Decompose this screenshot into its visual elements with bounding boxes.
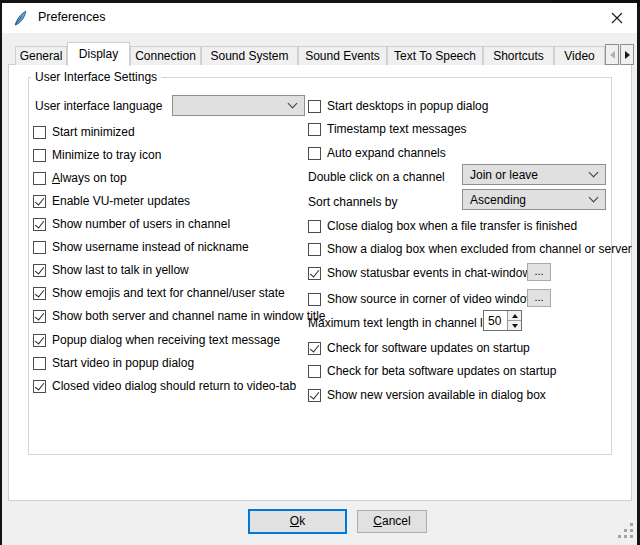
checkbox-row-number-users[interactable]: Show number of users in channel [33, 216, 230, 232]
checkbox [33, 357, 46, 370]
language-select[interactable] [172, 95, 305, 116]
checkbox [33, 218, 46, 231]
sort-channels-label: Sort channels by [308, 195, 397, 209]
tab-scroll-left-button[interactable] [605, 44, 619, 65]
checkbox-label: Show source in corner of video window [327, 292, 535, 306]
checkbox-label: Start video in popup dialog [52, 356, 194, 370]
close-icon [611, 12, 623, 24]
checkbox-label: Show both server and channel name in win… [52, 309, 326, 323]
checkbox-row-timestamp[interactable]: Timestamp text messages [308, 121, 467, 137]
checkbox-row-minimize-tray[interactable]: Minimize to tray icon [33, 147, 161, 163]
checkbox-label: Close dialog box when a file transfer is… [327, 219, 577, 233]
checkbox-row-start-minimized[interactable]: Start minimized [33, 124, 135, 140]
checkbox-row-auto-expand[interactable]: Auto expand channels [308, 145, 446, 161]
ok-button-label: Ok [290, 511, 305, 532]
checkbox [308, 267, 321, 280]
checkbox-row-beta-updates[interactable]: Check for beta software updates on start… [308, 363, 556, 379]
tab-text-to-speech[interactable]: Text To Speech [387, 46, 483, 65]
checkbox [33, 241, 46, 254]
checkbox-row-server-channel-title[interactable]: Show both server and channel name in win… [33, 308, 326, 324]
language-label-row: User interface language [35, 98, 162, 114]
sort-channels-select[interactable]: Ascending [462, 189, 606, 210]
app-icon [12, 10, 29, 27]
sort-channels-value: Ascending [470, 193, 526, 207]
checkbox [33, 334, 46, 347]
spinner-buttons [507, 311, 521, 330]
tab-connection[interactable]: Connection [130, 46, 201, 65]
checkbox-row-username-nickname[interactable]: Show username instead of nickname [33, 239, 249, 255]
tab-sound-system[interactable]: Sound System [201, 46, 298, 65]
chevron-left-icon [610, 51, 615, 59]
checkbox [308, 243, 321, 256]
checkbox [33, 380, 46, 393]
tab-scroll-right-button[interactable] [620, 44, 634, 65]
checkbox [33, 126, 46, 139]
checkbox-label: Start minimized [52, 125, 135, 139]
tab-general[interactable]: General [15, 46, 67, 65]
checkbox-row-last-to-talk[interactable]: Show last to talk in yellow [33, 262, 189, 278]
checkbox-row-statusbar-events[interactable]: Show statusbar events in chat-window [308, 265, 531, 281]
tab-video[interactable]: Video [554, 46, 605, 65]
checkbox-label: Closed video dialog should return to vid… [52, 379, 296, 393]
checkbox-row-always-on-top[interactable]: Always on top [33, 170, 127, 186]
checkbox-label: Show username instead of nickname [52, 240, 249, 254]
checkbox [308, 365, 321, 378]
triangle-down-icon [512, 324, 518, 328]
window-title: Preferences [38, 10, 105, 24]
screen: Preferences User Interface Settings Gene… [0, 0, 640, 545]
checkbox [33, 264, 46, 277]
checkbox-row-new-version-dialog[interactable]: Show new version available in dialog box [308, 387, 546, 403]
max-text-spinner[interactable]: 50 [483, 310, 522, 331]
double-click-select[interactable]: Join or leave [462, 164, 606, 185]
checkbox-label: Check for software updates on startup [327, 341, 530, 355]
statusbar-events-more-button[interactable]: ... [527, 263, 551, 281]
checkbox-label: Start desktops in popup dialog [327, 99, 488, 113]
checkbox-row-popup-text-message[interactable]: Popup dialog when receiving text message [33, 332, 280, 348]
double-click-label-row: Double click on a channel [308, 169, 445, 185]
checkbox [308, 123, 321, 136]
spin-down-button[interactable] [508, 321, 521, 330]
video-source-more-button[interactable]: ... [527, 289, 551, 307]
checkbox-row-closed-video[interactable]: Closed video dialog should return to vid… [33, 378, 296, 394]
cancel-button-label: Cancel [373, 511, 410, 532]
double-click-label: Double click on a channel [308, 170, 445, 184]
max-text-value: 50 [484, 311, 507, 330]
checkbox-row-vu-meter[interactable]: Enable VU-meter updates [33, 193, 190, 209]
chevron-right-icon [625, 51, 630, 59]
checkbox [33, 287, 46, 300]
checkbox-row-software-updates[interactable]: Check for software updates on startup [308, 340, 530, 356]
triangle-up-icon [512, 314, 518, 318]
tab-display[interactable]: Display [67, 42, 130, 66]
checkbox-row-excluded-dialog[interactable]: Show a dialog box when excluded from cha… [308, 241, 632, 257]
max-text-label: Maximum text length in channel list [308, 316, 495, 330]
ok-button[interactable]: Ok [248, 509, 347, 534]
checkbox-label: Show new version available in dialog box [327, 388, 546, 402]
chevron-down-icon [288, 99, 298, 109]
checkbox [33, 310, 46, 323]
checkbox [308, 293, 321, 306]
checkbox-row-close-file-transfer[interactable]: Close dialog box when a file transfer is… [308, 218, 577, 234]
checkbox [308, 100, 321, 113]
cancel-button[interactable]: Cancel [357, 510, 427, 533]
checkbox [308, 220, 321, 233]
checkbox-label: Show emojis and text for channel/user st… [52, 286, 285, 300]
spin-up-button[interactable] [508, 311, 521, 321]
checkbox-label: Enable VU-meter updates [52, 194, 190, 208]
checkbox-row-desktops-popup[interactable]: Start desktops in popup dialog [308, 98, 488, 114]
language-label: User interface language [35, 99, 162, 113]
checkbox-row-video-popup[interactable]: Start video in popup dialog [33, 355, 194, 371]
double-click-value: Join or leave [470, 168, 538, 182]
checkbox [308, 147, 321, 160]
checkbox-label: Show a dialog box when excluded from cha… [327, 242, 632, 256]
close-button[interactable] [600, 3, 634, 32]
tab-shortcuts[interactable]: Shortcuts [483, 46, 554, 65]
checkbox-label: Show last to talk in yellow [52, 263, 189, 277]
checkbox-row-video-source-corner[interactable]: Show source in corner of video window [308, 291, 535, 307]
checkbox-label: Show number of users in channel [52, 217, 230, 231]
checkbox [308, 342, 321, 355]
checkbox-label: Popup dialog when receiving text message [52, 333, 280, 347]
checkbox-row-emojis[interactable]: Show emojis and text for channel/user st… [33, 285, 285, 301]
tab-sound-events[interactable]: Sound Events [298, 46, 387, 65]
checkbox [33, 195, 46, 208]
checkbox-label: Minimize to tray icon [52, 148, 161, 162]
